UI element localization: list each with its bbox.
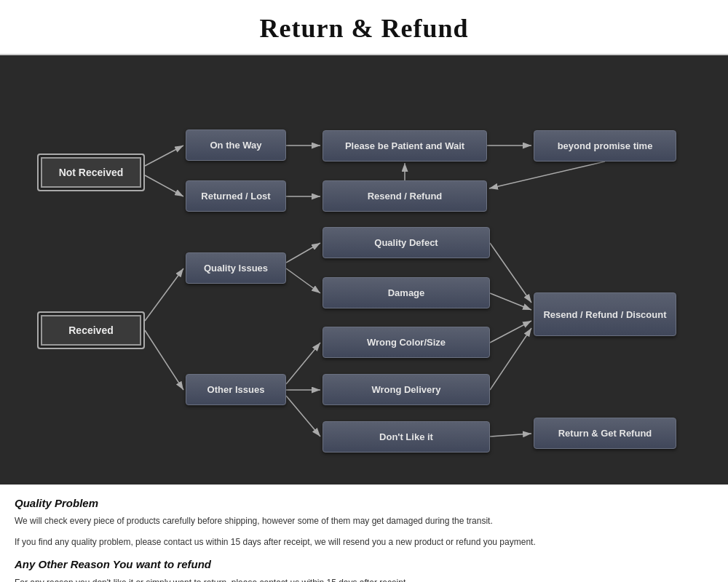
node-damage: Damage xyxy=(323,277,490,308)
header: Return & Refund xyxy=(0,0,728,55)
svg-line-11 xyxy=(286,268,320,293)
node-dont-like-it: Don't Like it xyxy=(323,421,490,453)
quality-problem-title: Quality Problem xyxy=(15,495,713,511)
quality-problem-text2: If you find any quality problem, please … xyxy=(15,535,713,549)
svg-line-16 xyxy=(490,321,531,343)
diagram-area: Not ReceivedOn the WayReturned / LostPle… xyxy=(0,55,728,485)
text-section: Quality Problem We will check every piec… xyxy=(0,485,728,582)
svg-line-6 xyxy=(489,162,605,188)
quality-problem-text1: We will check every piece of products ca… xyxy=(15,514,713,528)
node-wrong-delivery: Wrong Delivery xyxy=(323,374,490,405)
svg-line-2 xyxy=(145,175,183,196)
other-reason-title: Any Other Reason You want to refund xyxy=(15,556,713,573)
node-resend-refund-discount: Resend / Refund / Discount xyxy=(534,292,676,336)
node-wrong-color-size: Wrong Color/Size xyxy=(323,327,490,358)
node-resend-refund-top: Resend / Refund xyxy=(323,180,487,212)
svg-line-15 xyxy=(490,293,531,310)
svg-line-10 xyxy=(286,243,320,263)
svg-line-14 xyxy=(490,243,531,303)
node-quality-issues: Quality Issues xyxy=(186,252,286,284)
page-title: Return & Refund xyxy=(0,13,728,44)
svg-line-8 xyxy=(145,268,183,321)
node-please-patient: Please be Patient and Wait xyxy=(323,130,487,162)
svg-line-12 xyxy=(286,343,320,384)
svg-line-9 xyxy=(145,330,183,390)
node-on-the-way: On the Way xyxy=(186,129,286,161)
node-other-issues: Other Issues xyxy=(186,374,286,405)
node-beyond-promise: beyond promise time xyxy=(534,130,676,162)
node-quality-defect: Quality Defect xyxy=(323,227,490,258)
svg-line-1 xyxy=(145,146,183,166)
svg-line-18 xyxy=(490,434,531,436)
node-not-received: Not Received xyxy=(37,154,145,191)
svg-line-17 xyxy=(490,328,531,390)
node-returned-lost: Returned / Lost xyxy=(186,180,286,212)
node-received: Received xyxy=(37,311,145,349)
node-return-get-refund: Return & Get Refund xyxy=(534,418,676,449)
svg-line-19 xyxy=(286,396,320,436)
other-reason-text1: For any reason,you don't like it or simp… xyxy=(15,576,713,582)
